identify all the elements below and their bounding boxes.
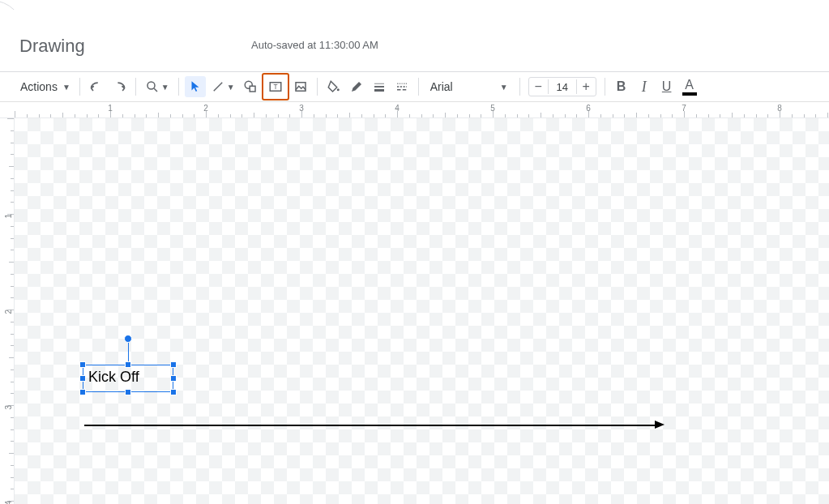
- pen-icon: [349, 79, 364, 94]
- line-tool[interactable]: ▼: [207, 76, 238, 97]
- border-dash-button[interactable]: [391, 76, 412, 97]
- textbox-selected[interactable]: Kick Off: [83, 365, 173, 392]
- arrow-head: [655, 421, 664, 429]
- weight-icon: [372, 79, 387, 94]
- textbox-tool-highlight: T: [262, 73, 289, 100]
- caret-icon: ▼: [161, 83, 169, 92]
- svg-line-1: [154, 88, 157, 92]
- dash-icon: [395, 79, 409, 94]
- actions-label: Actions: [20, 80, 58, 93]
- caret-icon: ▼: [227, 83, 235, 92]
- resize-handle-bc[interactable]: [125, 389, 131, 395]
- textbox-icon: T: [268, 79, 283, 94]
- border-weight-button[interactable]: [369, 76, 390, 97]
- paint-bucket-icon: [327, 79, 341, 94]
- cursor-icon: [188, 79, 203, 94]
- actions-menu[interactable]: Actions ▼: [17, 76, 74, 97]
- redo-button[interactable]: [109, 76, 130, 97]
- separator: [519, 78, 520, 96]
- font-size-decrement[interactable]: −: [529, 79, 549, 94]
- redo-icon: [112, 79, 126, 94]
- resize-handle-mr[interactable]: [170, 375, 177, 382]
- caret-icon: ▼: [62, 83, 71, 92]
- undo-button[interactable]: [86, 76, 107, 97]
- autosave-status: Auto-saved at 11:30:00 AM: [251, 39, 378, 51]
- text-color-button[interactable]: A: [679, 76, 700, 97]
- svg-point-0: [147, 82, 155, 89]
- image-tool[interactable]: [290, 76, 311, 97]
- separator: [317, 78, 318, 96]
- zoom-button[interactable]: ▼: [142, 76, 173, 97]
- zoom-icon: [145, 79, 160, 94]
- horizontal-ruler: 12345678: [0, 102, 829, 118]
- resize-handle-tl[interactable]: [79, 361, 86, 368]
- separator: [605, 78, 605, 96]
- font-size-increment[interactable]: +: [576, 79, 596, 94]
- separator: [79, 78, 80, 96]
- separator: [418, 78, 419, 96]
- bold-button[interactable]: B: [611, 76, 632, 97]
- shape-tool[interactable]: [240, 76, 261, 97]
- shape-icon: [243, 79, 258, 94]
- toolbar: Actions ▼ ▼ ▼ T: [0, 71, 829, 102]
- resize-handle-bl[interactable]: [79, 389, 86, 395]
- svg-line-2: [213, 83, 222, 92]
- underline-button[interactable]: U: [656, 76, 677, 97]
- select-tool[interactable]: [185, 76, 206, 97]
- border-color-button[interactable]: [346, 76, 367, 97]
- rotate-line: [128, 341, 129, 361]
- font-size-value[interactable]: 14: [549, 81, 576, 93]
- line-icon: [211, 79, 225, 94]
- vertical-ruler: 1234: [0, 118, 15, 504]
- separator: [135, 78, 136, 96]
- svg-rect-7: [296, 83, 306, 92]
- textbox-tool[interactable]: T: [265, 76, 286, 97]
- tab-corner: [0, 0, 31, 10]
- fill-color-button[interactable]: [323, 76, 344, 97]
- font-name: Arial: [430, 80, 453, 93]
- separator: [178, 78, 179, 96]
- font-size-group: − 14 +: [528, 77, 596, 96]
- drawing-canvas[interactable]: Kick Off: [15, 118, 829, 504]
- svg-rect-4: [250, 86, 255, 92]
- header: Drawing Auto-saved at 11:30:00 AM: [0, 0, 829, 71]
- resize-handle-tr[interactable]: [170, 361, 177, 368]
- resize-handle-br[interactable]: [170, 389, 177, 395]
- text-color-icon: A: [682, 79, 697, 96]
- arrow-line[interactable]: [84, 425, 655, 426]
- svg-point-8: [336, 88, 339, 91]
- font-select[interactable]: Arial ▼: [424, 80, 515, 93]
- dialog-title: Drawing: [19, 36, 85, 57]
- caret-icon: ▼: [500, 83, 508, 92]
- resize-handle-tc[interactable]: [125, 361, 131, 368]
- resize-handle-ml[interactable]: [79, 375, 86, 382]
- undo-icon: [89, 79, 104, 94]
- svg-text:T: T: [273, 83, 277, 91]
- textbox-content[interactable]: Kick Off: [83, 365, 173, 389]
- image-icon: [293, 79, 308, 94]
- rotate-handle[interactable]: [124, 335, 132, 343]
- italic-button[interactable]: I: [634, 76, 655, 97]
